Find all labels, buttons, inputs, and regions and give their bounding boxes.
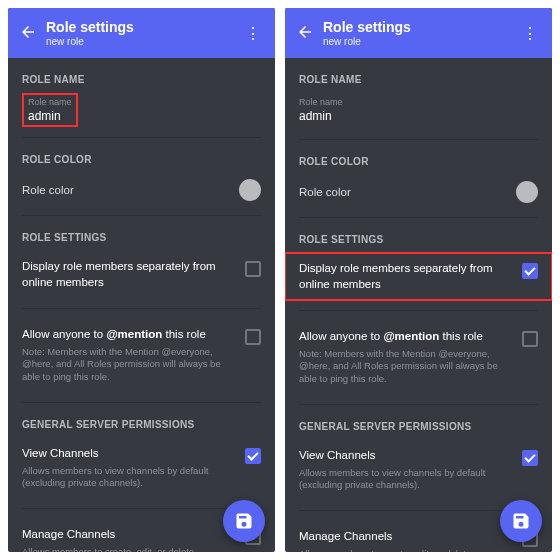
perm-view-channels[interactable]: View Channels Allows members to view cha…	[285, 440, 552, 500]
save-icon	[511, 511, 531, 531]
checkbox-view-channels[interactable]	[522, 450, 538, 466]
save-fab[interactable]	[500, 500, 542, 542]
section-role-color: ROLE COLOR	[299, 156, 538, 167]
appbar-subtitle: new role	[323, 36, 518, 47]
perm-view-desc: Allows members to view channels by defau…	[22, 465, 235, 491]
setting-display-title: Display role members separately from onl…	[299, 261, 512, 292]
role-color-row[interactable]: Role color	[285, 175, 552, 207]
checkbox-allow-mention[interactable]	[522, 331, 538, 347]
checkbox-allow-mention[interactable]	[245, 329, 261, 345]
setting-allow-mention[interactable]: Allow anyone to @mention this role Note:…	[8, 319, 275, 392]
overflow-menu-icon[interactable]: ⋮	[518, 24, 542, 43]
role-color-label: Role color	[299, 186, 516, 198]
setting-display-title: Display role members separately from onl…	[22, 259, 235, 290]
appbar: Role settings new role ⋮	[8, 8, 275, 58]
section-role-name: ROLE NAME	[22, 74, 261, 85]
perm-view-channels[interactable]: View Channels Allows members to view cha…	[8, 438, 275, 498]
appbar-title: Role settings	[46, 19, 241, 35]
role-name-label: Role name	[28, 97, 72, 107]
appbar-subtitle: new role	[46, 36, 241, 47]
section-general-perms: GENERAL SERVER PERMISSIONS	[299, 421, 538, 432]
role-color-row[interactable]: Role color	[8, 173, 275, 205]
perm-managech-desc: Allows members to create, edit, or delet…	[22, 546, 235, 552]
perm-managech-title: Manage Channels	[22, 527, 235, 543]
back-arrow-icon[interactable]	[18, 23, 38, 44]
setting-mention-desc: Note: Members with the Mention @everyone…	[299, 348, 512, 386]
perm-managech-desc: Allows members to create, edit, or delet…	[299, 548, 512, 552]
setting-mention-title: Allow anyone to @mention this role	[22, 327, 235, 343]
section-role-name: ROLE NAME	[299, 74, 538, 85]
role-color-label: Role color	[22, 184, 239, 196]
checkbox-display-separately[interactable]	[245, 261, 261, 277]
screen-left: Role settings new role ⋮ ROLE NAME Role …	[8, 8, 275, 552]
setting-display-separately[interactable]: Display role members separately from onl…	[285, 253, 552, 300]
save-icon	[234, 511, 254, 531]
save-fab[interactable]	[223, 500, 265, 542]
checkbox-display-separately[interactable]	[522, 263, 538, 279]
role-color-swatch	[516, 181, 538, 203]
role-name-input[interactable]: admin	[299, 109, 538, 123]
setting-mention-desc: Note: Members with the Mention @everyone…	[22, 346, 235, 384]
setting-mention-title: Allow anyone to @mention this role	[299, 329, 512, 345]
section-role-settings: ROLE SETTINGS	[299, 234, 538, 245]
appbar: Role settings new role ⋮	[285, 8, 552, 58]
role-color-swatch	[239, 179, 261, 201]
role-name-input-highlight: Role name admin	[22, 93, 78, 127]
checkbox-view-channels[interactable]	[245, 448, 261, 464]
perm-view-title: View Channels	[22, 446, 235, 462]
appbar-title: Role settings	[323, 19, 518, 35]
role-name-input-wrap: Role name admin	[299, 93, 538, 129]
role-name-label: Role name	[299, 97, 538, 107]
perm-view-desc: Allows members to view channels by defau…	[299, 467, 512, 493]
section-general-perms: GENERAL SERVER PERMISSIONS	[22, 419, 261, 430]
screen-right: Role settings new role ⋮ ROLE NAME Role …	[285, 8, 552, 552]
section-role-color: ROLE COLOR	[22, 154, 261, 165]
perm-managech-title: Manage Channels	[299, 529, 512, 545]
setting-display-separately[interactable]: Display role members separately from onl…	[8, 251, 275, 298]
section-role-settings: ROLE SETTINGS	[22, 232, 261, 243]
back-arrow-icon[interactable]	[295, 23, 315, 44]
role-name-input[interactable]: admin	[28, 109, 72, 123]
overflow-menu-icon[interactable]: ⋮	[241, 24, 265, 43]
perm-view-title: View Channels	[299, 448, 512, 464]
setting-allow-mention[interactable]: Allow anyone to @mention this role Note:…	[285, 321, 552, 394]
